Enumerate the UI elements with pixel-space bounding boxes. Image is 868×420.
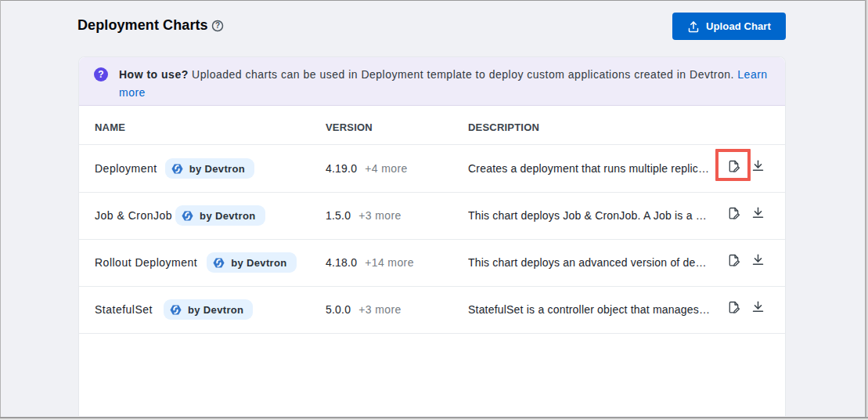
svg-text:?: ? [215,21,220,30]
